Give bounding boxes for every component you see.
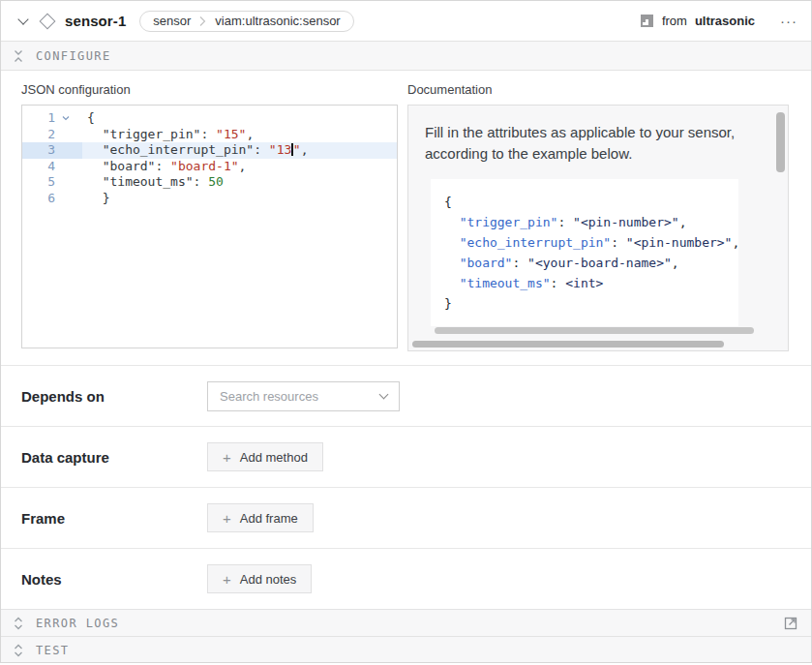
collapse-chevron-icon[interactable] [15,13,32,30]
overflow-menu-icon[interactable]: ··· [780,14,797,28]
editor-line[interactable]: 1 { [22,110,397,127]
code-token: "<pin-number>" [626,235,733,250]
code-token [87,127,103,141]
json-editor[interactable]: 1 { 2 "trigger_pin": "15", 3 "echo_inter… [21,105,398,348]
code-token: "15" [216,127,246,141]
code-token: : [512,256,527,270]
editor-line[interactable]: 3 "echo_interrupt_pin": "13", [22,142,397,159]
configure-bar[interactable]: CONFIGURE [1,41,811,71]
from-label: from [662,14,687,28]
frame-section: Frame + Add frame [1,487,811,548]
code-text: { [82,110,95,127]
open-in-new-icon[interactable] [784,616,798,630]
code-token [87,174,103,189]
code-token: : [557,215,573,229]
chevron-down-icon [379,389,389,399]
documentation-code-block: { "trigger_pin": "<pin-number>", "echo_i… [431,179,738,326]
depends-on-label: Depends on [21,388,207,405]
code-token: , [732,235,738,250]
editor-gutter: 6 [22,191,82,207]
configure-body: JSON configuration 1 { 2 "trigger_pin": … [1,71,811,365]
component-name: sensor-1 [65,13,126,29]
line-number: 4 [22,159,55,175]
code-token: "echo_interrupt_pin" [103,142,255,157]
code-token: " [293,142,301,157]
module-icon [640,14,654,28]
editor-gutter: 3 [22,142,82,159]
editor-line[interactable]: 6 } [22,191,397,207]
fold-chevron-icon[interactable] [55,191,76,207]
code-text: "board": "board-1", [82,159,246,175]
footer-bar-label: ERROR LOGS [36,617,119,630]
code-token: "<pin-number>" [573,215,679,229]
code-token: "timeout_ms" [460,276,551,290]
code-token: 50 [208,174,224,189]
code-token: } [103,191,110,205]
notes-section: Notes + Add notes [1,548,811,609]
fold-chevron-icon[interactable] [55,127,76,143]
editor-line[interactable]: 2 "trigger_pin": "15", [22,127,397,143]
component-header: sensor-1 sensor viam:ultrasonic:sensor f… [1,1,811,41]
code-token: : [611,235,626,250]
code-token: "board" [103,159,156,173]
editor-gutter: 4 [22,159,82,175]
code-text: "timeout_ms": 50 [82,174,224,191]
footer-bar-label: TEST [36,644,70,657]
documentation-intro: Fill in the attributes as applicable to … [425,122,765,165]
panel-horizontal-scrollbar[interactable] [412,341,724,348]
code-text: "echo_interrupt_pin": "13", [82,142,309,159]
doc-code-line: "trigger_pin": "<pin-number>", [444,212,738,232]
depends-on-section: Depends on Search resources [1,365,811,426]
line-number: 3 [22,142,55,159]
test-bar[interactable]: TEST [1,636,811,663]
fold-chevron-icon[interactable] [55,159,76,175]
code-token: , [672,256,679,270]
editor-gutter: 1 [22,110,82,127]
notes-add-button[interactable]: + Add notes [207,564,312,593]
doc-code-line: "timeout_ms": <int> [444,273,738,293]
code-token: : [155,159,170,173]
code-token [444,276,460,290]
code-horizontal-scrollbar[interactable] [435,327,754,334]
code-token: "trigger_pin" [460,215,558,229]
documentation-label: Documentation [407,82,789,97]
data-capture-add-button[interactable]: + Add method [207,442,323,471]
code-token: , [239,159,247,173]
code-token: , [301,142,309,157]
code-token [87,142,103,157]
code-text: } [82,191,109,207]
error-logs-bar[interactable]: ERROR LOGS [1,609,811,636]
editor-line[interactable]: 5 "timeout_ms": 50 [22,174,397,191]
data-capture-label: Data capture [21,449,207,466]
fold-chevron-icon[interactable] [55,142,76,159]
code-token: : [194,174,209,189]
frame-add-button[interactable]: + Add frame [207,503,314,532]
editor-gutter: 5 [22,174,82,191]
code-token: : [200,127,216,141]
expand-icon[interactable] [14,616,23,631]
component-type: sensor [153,14,191,28]
code-token: { [444,195,452,209]
select-placeholder: Search resources [220,389,380,404]
frame-label: Frame [21,510,207,527]
component-type-pill: sensor viam:ultrasonic:sensor [139,11,353,32]
json-config-label: JSON configuration [21,82,398,97]
code-token [444,235,460,250]
add-button-label: Add frame [240,511,298,526]
editor-line[interactable]: 4 "board": "board-1", [22,159,397,175]
editor-gutter: 2 [22,127,82,143]
fold-chevron-icon[interactable] [55,110,76,127]
depends-on-select[interactable]: Search resources [207,381,400,411]
line-number: 1 [22,110,55,127]
add-button-label: Add method [240,450,308,465]
doc-code-line: { [444,192,738,212]
code-token: , [246,127,254,141]
plus-icon: + [223,511,231,526]
panel-vertical-scrollbar[interactable] [776,112,785,172]
chevron-right-icon [199,15,206,28]
doc-code-line: "echo_interrupt_pin": "<pin-number>", [444,232,738,253]
configure-bar-label: CONFIGURE [36,49,111,63]
fold-chevron-icon[interactable] [55,174,76,191]
expand-icon[interactable] [14,643,23,658]
collapse-icon[interactable] [14,48,23,64]
